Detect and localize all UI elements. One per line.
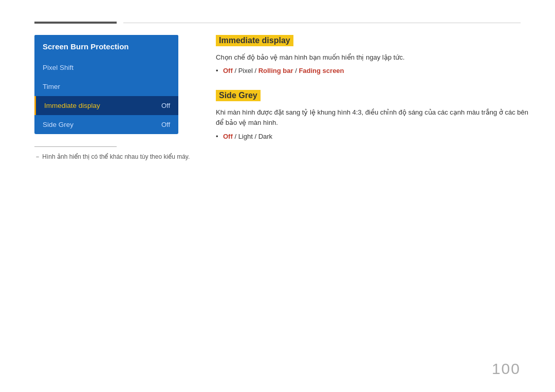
immediate-display-section: Immediate display Chọn chế độ bảo vệ màn… <box>216 35 531 74</box>
page-number: 100 <box>492 360 521 378</box>
side-grey-title: Side Grey <box>216 90 261 101</box>
top-line-dark <box>34 22 117 24</box>
top-line-light <box>123 23 521 23</box>
menu-item-immediate-display-label: Immediate display <box>44 102 100 109</box>
sg-opt-off: Off <box>223 133 233 140</box>
immediate-display-desc: Chọn chế độ bảo vệ màn hình bạn muốn hiể… <box>216 52 531 63</box>
opt-sep2: / <box>253 67 258 74</box>
side-grey-desc: Khi màn hình được đặt sang tỷ lệ khung h… <box>216 107 531 129</box>
opt-rolling-bar: Rolling bar <box>258 67 293 74</box>
immediate-display-title: Immediate display <box>216 35 293 46</box>
menu-item-immediate-display-value: Off <box>161 102 170 109</box>
menu-divider <box>34 146 117 147</box>
menu-item-timer[interactable]: Timer <box>34 77 178 96</box>
content-area: Immediate display Chọn chế độ bảo vệ màn… <box>216 35 531 156</box>
menu-item-immediate-display[interactable]: Immediate display Off <box>34 96 178 115</box>
side-grey-options: Off / Light / Dark <box>216 133 531 140</box>
opt-off: Off <box>223 67 233 74</box>
menu-item-side-grey-value: Off <box>161 121 170 128</box>
sg-opt-sep2: / <box>253 133 258 140</box>
sg-opt-light: Light <box>238 133 253 140</box>
menu-item-side-grey-label: Side Grey <box>43 121 73 128</box>
opt-pixel: Pixel <box>238 67 253 74</box>
immediate-display-options: Off / Pixel / Rolling bar / Fading scree… <box>216 67 531 74</box>
opt-sep1: / <box>233 67 238 74</box>
sg-opt-dark: Dark <box>258 133 272 140</box>
menu-title: Screen Burn Protection <box>34 35 178 58</box>
menu-item-timer-label: Timer <box>43 83 60 90</box>
menu-item-side-grey[interactable]: Side Grey Off <box>34 115 178 134</box>
sg-opt-sep1: / <box>233 133 238 140</box>
note-text: － Hình ảnh hiển thị có thể khác nhau tùy… <box>34 153 190 161</box>
menu-item-pixel-shift-label: Pixel Shift <box>43 64 73 71</box>
opt-fading-screen: Fading screen <box>299 67 344 74</box>
menu-panel: Screen Burn Protection Pixel Shift Timer… <box>34 35 178 134</box>
menu-item-pixel-shift[interactable]: Pixel Shift <box>34 58 178 77</box>
side-grey-section: Side Grey Khi màn hình được đặt sang tỷ … <box>216 90 531 141</box>
opt-sep3: / <box>293 67 299 74</box>
